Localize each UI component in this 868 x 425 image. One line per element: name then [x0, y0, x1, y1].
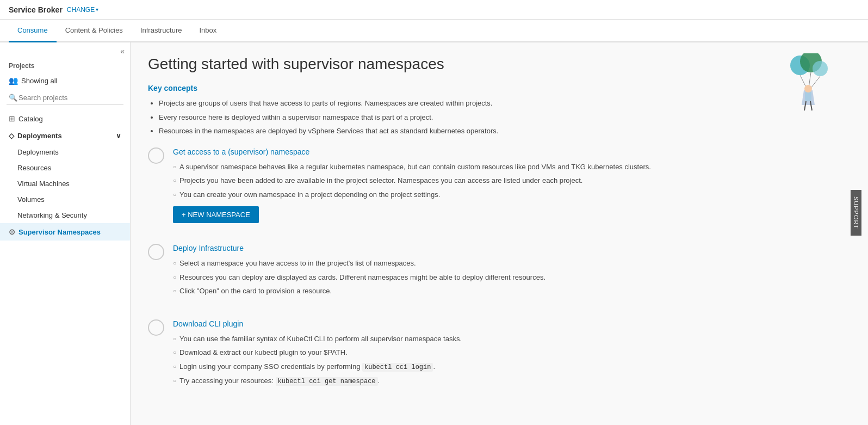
tab-infrastructure[interactable]: Infrastructure	[132, 20, 191, 42]
sidebar-deployments-header[interactable]: ◇ Deployments ∨	[0, 127, 130, 144]
step-2-title[interactable]: Deploy Infrastructure	[173, 244, 851, 252]
app-title: Service Broker	[9, 5, 63, 14]
users-icon: 👥	[9, 76, 18, 85]
key-concepts-section: Key concepts Projects are groups of user…	[148, 84, 851, 137]
code-kubectl-get-ns: kubectl cci get namespace	[276, 377, 378, 386]
sidebar-sub-deployments[interactable]: Deployments	[0, 144, 130, 160]
sidebar-collapse-button[interactable]: «	[0, 42, 130, 60]
page-title: Getting started with supervisor namespac…	[148, 56, 851, 73]
nav-tabs: Consume Content & Policies Infrastructur…	[0, 20, 868, 42]
step-1-title[interactable]: Get access to a (supervisor) namespace	[173, 147, 851, 156]
top-bar: Service Broker CHANGE ▾	[0, 0, 868, 20]
step-1-body: Get access to a (supervisor) namespace A…	[173, 147, 851, 228]
sidebar-item-catalog[interactable]: ⊞ Catalog	[0, 110, 130, 127]
key-concept-item-1: Projects are groups of users that have a…	[159, 98, 851, 109]
supervisor-ns-icon: ⊙	[9, 227, 15, 236]
support-tab[interactable]: SUPPORT	[851, 190, 861, 236]
step-2-item-3: Click "Open" on the card to provision a …	[173, 286, 851, 297]
projects-label: Projects	[0, 60, 130, 73]
timeline-step-3: Download CLI plugin You can use the fami…	[148, 319, 851, 393]
step-circle-2	[148, 244, 164, 260]
tab-content-policies[interactable]: Content & Policies	[57, 20, 132, 42]
search-projects-container: 🔍	[7, 91, 123, 104]
catalog-icon: ⊞	[9, 114, 15, 123]
key-concept-item-2: Every resource here is deployed within a…	[159, 112, 851, 123]
svg-point-8	[804, 85, 812, 93]
sidebar-sub-resources[interactable]: Resources	[0, 160, 130, 176]
change-button[interactable]: CHANGE ▾	[67, 6, 98, 14]
timeline-step-2: Deploy Infrastructure Select a namespace…	[148, 244, 851, 303]
tab-consume[interactable]: Consume	[9, 20, 57, 42]
step-circle-1	[148, 147, 164, 164]
step-3-item-1: You can use the familiar syntax of KubeC…	[173, 334, 851, 344]
step-3-list: You can use the familiar syntax of KubeC…	[173, 334, 851, 386]
step-3-item-3: Login using your company SSO credentials…	[173, 361, 851, 372]
step-2-item-1: Select a namespace you have access to in…	[173, 258, 851, 269]
code-kubectl-login: kubectl cci login	[362, 363, 433, 372]
step-2-body: Deploy Infrastructure Select a namespace…	[173, 244, 851, 303]
key-concepts-heading: Key concepts	[148, 84, 851, 93]
content-area: Getting started with supervisor namespac…	[131, 42, 868, 425]
step-3-body: Download CLI plugin You can use the fami…	[173, 319, 851, 393]
step-1-list: A supervisor namespace behaves like a re…	[173, 162, 851, 200]
chevron-down-icon: ▾	[96, 7, 98, 13]
tab-inbox[interactable]: Inbox	[190, 20, 225, 42]
search-projects-input[interactable]	[7, 91, 123, 104]
sidebar-sub-networking-security[interactable]: Networking & Security	[0, 207, 130, 223]
svg-point-2	[813, 61, 828, 76]
step-1-item-2: Projects you have been added to are avai…	[173, 175, 851, 186]
chevron-down-icon: ∨	[116, 132, 121, 140]
step-3-item-2: Download & extract our kubectl plugin to…	[173, 347, 851, 358]
timeline-step-1: Get access to a (supervisor) namespace A…	[148, 147, 851, 228]
search-icon: 🔍	[9, 94, 17, 102]
sidebar-item-supervisor-namespaces[interactable]: ⊙ Supervisor Namespaces	[0, 223, 130, 241]
deployments-icon: ◇	[9, 132, 14, 140]
step-3-item-4: Try accessing your resources: kubectl cc…	[173, 375, 851, 386]
hero-illustration	[781, 53, 835, 119]
showing-all-item[interactable]: 👥 Showing all	[0, 73, 130, 88]
step-3-title[interactable]: Download CLI plugin	[173, 319, 851, 328]
new-namespace-button[interactable]: + NEW NAMESPACE	[173, 206, 259, 223]
key-concepts-list: Projects are groups of users that have a…	[148, 98, 851, 137]
svg-rect-7	[805, 91, 811, 101]
key-concept-item-3: Resources in the namespaces are deployed…	[159, 126, 851, 137]
step-1-item-3: You can create your own namespace in a p…	[173, 189, 851, 200]
sidebar-sub-virtual-machines[interactable]: Virtual Machines	[0, 176, 130, 192]
step-2-item-2: Resources you can deploy are displayed a…	[173, 272, 851, 283]
main-layout: « Projects 👥 Showing all 🔍 ⊞ Catalog ◇ D…	[0, 42, 868, 425]
step-circle-3	[148, 319, 164, 336]
step-2-list: Select a namespace you have access to in…	[173, 258, 851, 297]
sidebar-sub-volumes[interactable]: Volumes	[0, 192, 130, 207]
step-1-item-1: A supervisor namespace behaves like a re…	[173, 162, 851, 173]
sidebar: « Projects 👥 Showing all 🔍 ⊞ Catalog ◇ D…	[0, 42, 131, 425]
